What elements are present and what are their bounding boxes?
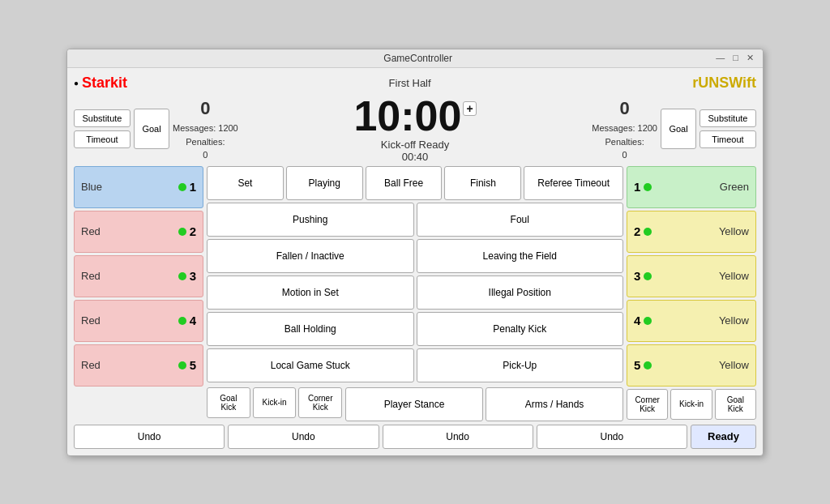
illegal-position-button[interactable]: Illegal Position [417, 275, 624, 310]
left-player-panel: Blue 1 Red 2 Red [74, 166, 203, 421]
main-content: ● Starkit First Half rUNSWift Substitute… [67, 68, 763, 455]
left-player-1[interactable]: Blue 1 [74, 166, 203, 208]
left-team-dot: ● [74, 79, 79, 88]
fallen-leaving-row: Fallen / Inactive Leaving the Field [207, 239, 623, 273]
left-p2-dot [178, 228, 186, 236]
bottom-section: Goal Kick Kick-in Corner Kick Player Sta… [207, 387, 623, 421]
right-controls: Substitute Timeout [700, 109, 756, 148]
left-player-4[interactable]: Red 4 [74, 300, 203, 342]
title-bar: GameController — □ ✕ [67, 49, 763, 68]
right-p3-dot [644, 272, 652, 280]
left-score-panel: Substitute Timeout Goal 0 Messages: 1200… [74, 95, 238, 163]
window-title: GameController [122, 53, 713, 64]
secondary-clock: 00:40 [402, 151, 429, 163]
pushing-button[interactable]: Pushing [207, 203, 414, 237]
right-substitute-button[interactable]: Substitute [700, 109, 756, 127]
left-goal-kick-button[interactable]: Goal Kick [207, 387, 250, 418]
left-messages-box: 0 Messages: 1200 Penalties: 0 [173, 95, 238, 162]
ball-holding-button[interactable]: Ball Holding [207, 312, 414, 346]
left-player-3[interactable]: Red 3 [74, 255, 203, 297]
arms-hands-button[interactable]: Arms / Hands [486, 387, 623, 421]
right-score-panel: 0 Messages: 1200 Penalties: 0 Goal Subst… [592, 95, 756, 163]
right-goal-button[interactable]: Goal [661, 109, 696, 149]
ball-free-button[interactable]: Ball Free [366, 166, 443, 200]
clock-plus-button[interactable]: + [463, 101, 476, 116]
referee-timeout-button[interactable]: Referee Timeout [524, 166, 623, 200]
main-grid: Blue 1 Red 2 Red [74, 166, 756, 421]
local-game-stuck-button[interactable]: Local Game Stuck [207, 348, 414, 382]
right-player-2[interactable]: 2 Yellow [627, 211, 756, 253]
score-row: Substitute Timeout Goal 0 Messages: 1200… [74, 95, 756, 163]
foul-button[interactable]: Foul [417, 203, 624, 237]
window-controls: — □ ✕ [713, 53, 756, 63]
ready-button[interactable]: Ready [691, 425, 756, 449]
right-player-5[interactable]: 5 Yellow [627, 344, 756, 387]
undo-1-button[interactable]: Undo [74, 425, 225, 449]
clock-center: 10:00 + Kick-off Ready 00:40 [242, 95, 589, 163]
motion-illegal-row: Motion in Set Illegal Position [207, 275, 623, 310]
pushing-foul-row: Pushing Foul [207, 203, 623, 237]
left-p3-dot [178, 272, 186, 280]
right-player-4[interactable]: 4 Yellow [627, 300, 756, 342]
header-row: ● Starkit First Half rUNSWift [74, 75, 756, 92]
bottom-center-actions: Player Stance Arms / Hands [345, 387, 623, 421]
left-p4-dot [178, 317, 186, 325]
left-timeout-button[interactable]: Timeout [74, 130, 130, 148]
finish-button[interactable]: Finish [444, 166, 521, 200]
right-p4-dot [644, 317, 652, 325]
left-kick-row: Goal Kick Kick-in Corner Kick [207, 387, 342, 421]
right-goal-kick-button[interactable]: Goal Kick [715, 389, 756, 420]
left-p5-dot [178, 361, 186, 369]
right-p1-dot [644, 183, 652, 191]
clock-display: 10:00 + [353, 95, 476, 137]
penalty-kick-button[interactable]: Penalty Kick [417, 312, 624, 346]
right-player-1[interactable]: 1 Green [627, 166, 756, 208]
fallen-inactive-button[interactable]: Fallen / Inactive [207, 239, 414, 273]
left-player-2[interactable]: Red 2 [74, 211, 203, 253]
motion-in-set-button[interactable]: Motion in Set [207, 275, 414, 310]
left-player-5[interactable]: Red 5 [74, 344, 203, 387]
half-label: First Half [389, 77, 431, 89]
undo-3-button[interactable]: Undo [383, 425, 533, 449]
right-p2-dot [644, 228, 652, 236]
right-corner-kick-button[interactable]: Corner Kick [627, 389, 668, 420]
right-kick-row: Corner Kick Kick-in Goal Kick [627, 389, 756, 420]
top-action-row: Set Playing Ball Free Finish Referee Tim… [207, 166, 623, 200]
undo-4-button[interactable]: Undo [537, 425, 687, 449]
status-text: Kick-off Ready [381, 139, 449, 151]
player-stance-button[interactable]: Player Stance [345, 387, 483, 421]
playing-button[interactable]: Playing [286, 166, 363, 200]
right-player-3[interactable]: 3 Yellow [627, 255, 756, 297]
right-kick-in-button[interactable]: Kick-in [670, 389, 712, 420]
left-goal-button[interactable]: Goal [134, 109, 169, 149]
undo-2-button[interactable]: Undo [228, 425, 379, 449]
game-controller-window: GameController — □ ✕ ● Starkit First Hal… [66, 49, 764, 456]
right-player-panel: 1 Green 2 Yellow 3 [627, 166, 756, 421]
right-p5-dot [644, 361, 652, 369]
center-panel: Set Playing Ball Free Finish Referee Tim… [207, 166, 623, 421]
close-button[interactable]: ✕ [744, 53, 756, 63]
left-kick-in-button[interactable]: Kick-in [253, 387, 297, 418]
right-team-name: rUNSWift [692, 75, 756, 92]
leaving-field-button[interactable]: Leaving the Field [417, 239, 624, 273]
left-substitute-button[interactable]: Substitute [74, 109, 130, 127]
left-team-name: ● Starkit [74, 75, 127, 92]
undo-row: Undo Undo Undo Undo Ready [74, 425, 756, 449]
right-timeout-button[interactable]: Timeout [700, 130, 756, 148]
left-p1-dot [178, 183, 186, 191]
local-pickup-row: Local Game Stuck Pick-Up [207, 348, 623, 382]
left-corner-kick-button[interactable]: Corner Kick [298, 387, 342, 418]
maximize-button[interactable]: □ [730, 53, 741, 63]
right-messages-box: 0 Messages: 1200 Penalties: 0 [592, 95, 657, 162]
set-button[interactable]: Set [207, 166, 284, 200]
pick-up-button[interactable]: Pick-Up [417, 348, 624, 382]
minimize-button[interactable]: — [713, 53, 727, 63]
left-controls: Substitute Timeout [74, 109, 130, 148]
ball-penalty-row: Ball Holding Penalty Kick [207, 312, 623, 346]
